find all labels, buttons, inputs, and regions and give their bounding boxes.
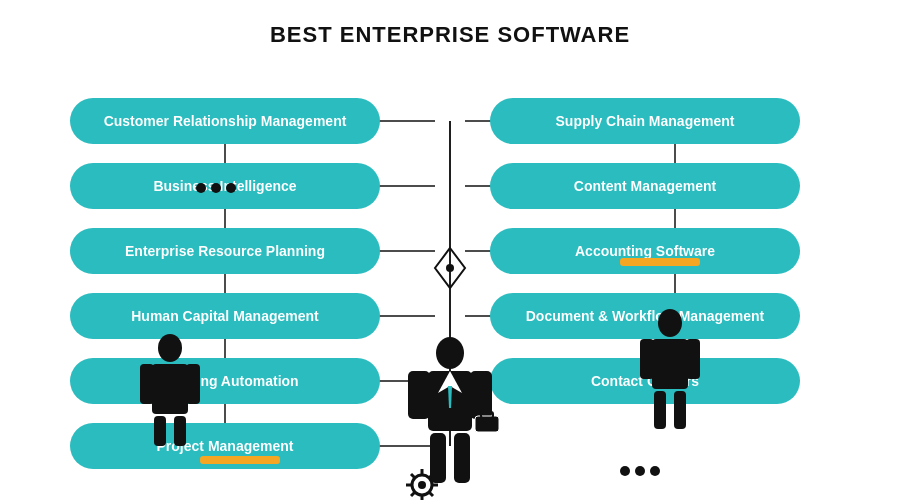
pill-dwm[interactable]: Document & Workflow Management bbox=[490, 293, 800, 339]
svg-marker-53 bbox=[450, 371, 462, 393]
figure-center bbox=[380, 328, 520, 488]
svg-rect-58 bbox=[454, 433, 470, 483]
svg-line-49 bbox=[411, 492, 415, 496]
svg-line-48 bbox=[429, 474, 433, 478]
pill-erp[interactable]: Enterprise Resource Planning bbox=[70, 228, 380, 274]
svg-point-50 bbox=[436, 337, 464, 369]
gear-icon bbox=[390, 453, 455, 500]
pill-contact[interactable]: Contact Centers bbox=[490, 358, 800, 404]
svg-rect-55 bbox=[408, 371, 430, 419]
pill-marketing[interactable]: Marketing Automation bbox=[70, 358, 380, 404]
pill-scm[interactable]: Supply Chain Management bbox=[490, 98, 800, 144]
pill-hcm[interactable]: Human Capital Management bbox=[70, 293, 380, 339]
svg-point-40 bbox=[412, 475, 432, 495]
svg-point-15 bbox=[446, 264, 454, 272]
svg-marker-54 bbox=[448, 386, 452, 408]
decorative-dots-top bbox=[196, 183, 236, 193]
decorative-dots-bottom bbox=[620, 466, 660, 476]
orange-bar-2 bbox=[620, 258, 700, 266]
orange-bar-1 bbox=[200, 456, 280, 464]
diagram-container: Customer Relationship Management Busines… bbox=[0, 58, 900, 498]
svg-marker-14 bbox=[435, 248, 465, 288]
pill-accounting[interactable]: Accounting Software bbox=[490, 228, 800, 274]
svg-rect-57 bbox=[430, 433, 446, 483]
svg-point-41 bbox=[418, 481, 426, 489]
svg-rect-59 bbox=[475, 416, 499, 432]
svg-rect-51 bbox=[428, 371, 472, 431]
svg-marker-52 bbox=[438, 371, 450, 393]
svg-rect-60 bbox=[481, 412, 493, 418]
pill-crm[interactable]: Customer Relationship Management bbox=[70, 98, 380, 144]
pill-cms[interactable]: Content Management bbox=[490, 163, 800, 209]
svg-line-47 bbox=[429, 492, 433, 496]
svg-rect-56 bbox=[470, 371, 492, 419]
page-title: BEST ENTERPRISE SOFTWARE bbox=[0, 0, 900, 58]
svg-line-46 bbox=[411, 474, 415, 478]
